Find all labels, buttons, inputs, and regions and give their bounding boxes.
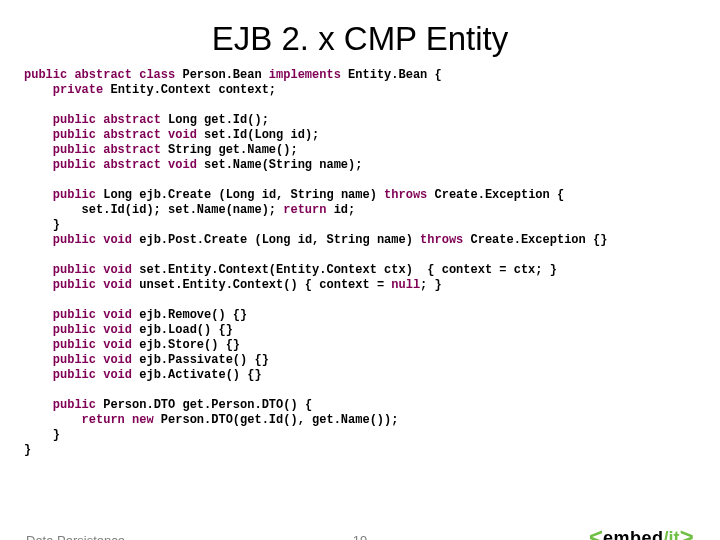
slide-title: EJB 2. x CMP Entity [0,20,720,58]
footer-left: Data Persistence [26,533,125,540]
logo-open-bracket: < [589,525,603,540]
logo-brand: embed [603,528,664,540]
logo: <embed/it> [589,525,694,540]
footer: Data Persistence 19 <embed/it> [0,520,720,540]
code-block: public abstract class Person.Bean implem… [0,68,720,458]
logo-close-bracket: > [680,525,694,540]
logo-accent: /it [664,528,680,540]
page-number: 19 [353,533,367,540]
slide: EJB 2. x CMP Entity public abstract clas… [0,20,720,540]
